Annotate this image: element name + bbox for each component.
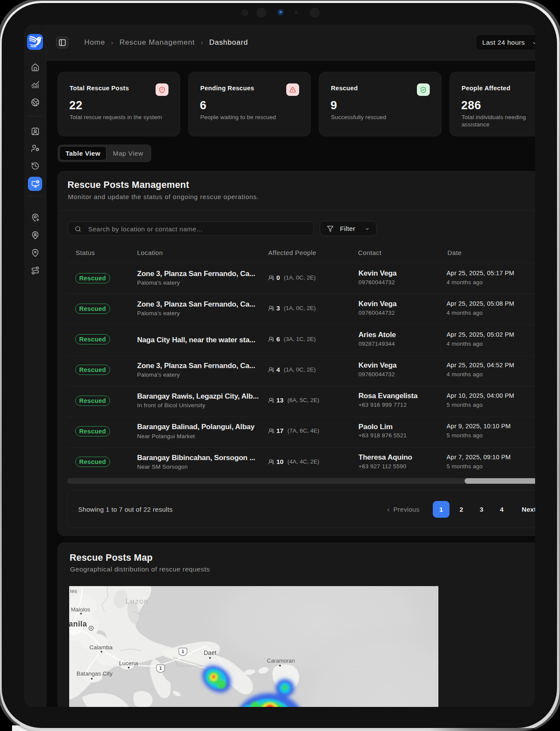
svg-text:Caramoran: Caramoran <box>267 657 295 664</box>
svg-text:Luzon: Luzon <box>125 597 149 605</box>
svg-text:les: les <box>70 588 77 594</box>
svg-text:Malolos: Malolos <box>71 606 90 613</box>
svg-text:Calamba: Calamba <box>89 644 113 651</box>
svg-text:Daet: Daet <box>204 649 217 656</box>
svg-text:Batangas City: Batangas City <box>77 670 113 677</box>
svg-text:Manila: Manila <box>69 620 87 628</box>
svg-text:Lucena: Lucena <box>119 660 138 666</box>
svg-text:1: 1 <box>159 666 162 671</box>
svg-text:1: 1 <box>181 649 184 654</box>
